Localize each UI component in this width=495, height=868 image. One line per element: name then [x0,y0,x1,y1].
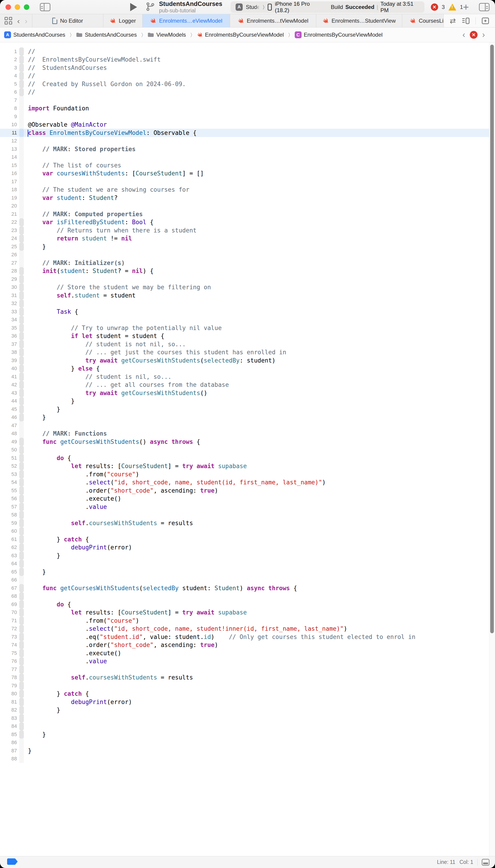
fold-ribbon[interactable] [19,478,24,487]
run-button[interactable] [130,3,137,11]
line-number[interactable]: 16 [0,171,18,176]
fold-ribbon[interactable] [19,608,24,617]
fold-ribbon[interactable] [19,527,24,535]
line-number[interactable]: 62 [0,544,18,550]
line-number[interactable]: 34 [0,317,18,323]
line-number[interactable]: 60 [0,528,18,534]
line-number[interactable]: 85 [0,731,18,738]
fold-ribbon[interactable] [19,454,24,462]
fold-ribbon[interactable] [19,446,24,454]
related-items-icon[interactable] [4,17,12,24]
fold-ribbon[interactable] [19,600,24,608]
fold-ribbon[interactable] [19,698,24,706]
line-number[interactable]: 83 [0,715,18,721]
fold-ribbon[interactable] [19,210,24,218]
error-issue-icon[interactable]: ✕ [470,31,478,39]
breakpoint-tag-icon[interactable] [7,858,18,866]
line-number[interactable]: 1 [0,49,18,54]
fold-ribbon[interactable] [19,332,24,340]
fold-ribbon[interactable] [19,137,24,145]
go-forward-button[interactable]: › [25,17,27,25]
line-number[interactable]: 76 [0,658,18,664]
tab-no-editor[interactable]: No Editor [32,14,103,27]
fold-ribbon[interactable] [19,535,24,544]
line-number[interactable]: 17 [0,179,18,184]
line-number[interactable]: 84 [0,723,18,729]
line-number[interactable]: 49 [0,439,18,445]
fold-ribbon[interactable] [19,389,24,397]
swap-editors-icon[interactable]: ⇄ [450,17,456,25]
fold-ribbon[interactable] [19,421,24,430]
line-number[interactable]: 6 [0,89,18,95]
fold-ribbon[interactable] [19,186,24,194]
line-number[interactable]: 71 [0,618,18,624]
line-number[interactable]: 78 [0,674,18,680]
tab-courses-list[interactable]: CoursesLi [402,14,444,27]
line-number[interactable]: 26 [0,252,18,258]
fold-ribbon[interactable] [19,80,24,88]
fold-ribbon[interactable] [19,218,24,227]
previous-issue-button[interactable]: ‹ [462,31,465,39]
line-number[interactable]: 39 [0,357,18,364]
fold-ribbon[interactable] [19,674,24,682]
fold-ribbon[interactable] [19,121,24,129]
fold-ribbon[interactable] [19,243,24,251]
fold-ribbon[interactable] [19,560,24,568]
fold-ribbon[interactable] [19,153,24,161]
source-editor[interactable]: 1//2// EnrolmentsByCourseViewModel.swift… [0,42,495,856]
toggle-left-sidebar-button[interactable] [40,3,50,11]
fold-ribbon[interactable] [19,722,24,731]
tab-enrolments-viewmodel[interactable]: Enrolments…tViewModel [230,14,316,27]
line-number[interactable]: 36 [0,333,18,339]
fold-ribbon[interactable] [19,584,24,592]
fold-ribbon[interactable] [19,356,24,365]
fold-ribbon[interactable] [19,177,24,186]
fold-ribbon[interactable] [19,649,24,657]
line-number[interactable]: 65 [0,569,18,575]
go-back-button[interactable]: ‹ [17,17,20,25]
fold-ribbon[interactable] [19,226,24,234]
fold-ribbon[interactable] [19,112,24,121]
fold-ribbon[interactable] [19,283,24,291]
line-number[interactable]: 22 [0,219,18,225]
tab-enrolments-studentview[interactable]: Enrolments…StudentView [316,14,402,27]
fold-ribbon[interactable] [19,129,24,137]
build-status[interactable]: Build Succeeded | Today at 3:51 PM [331,1,420,14]
line-number[interactable]: 72 [0,626,18,632]
line-number[interactable]: 7 [0,98,18,103]
line-number[interactable]: 23 [0,227,18,233]
fold-ribbon[interactable] [19,104,24,113]
toggle-right-sidebar-button[interactable] [479,3,490,11]
fold-ribbon[interactable] [19,576,24,584]
line-number[interactable]: 37 [0,341,18,347]
line-number[interactable]: 86 [0,740,18,745]
line-number[interactable]: 45 [0,406,18,412]
fold-ribbon[interactable] [19,544,24,552]
minimize-window-button[interactable] [15,4,20,10]
tab-logger[interactable]: Logger [103,14,142,27]
fold-ribbon[interactable] [19,641,24,649]
fold-ribbon[interactable] [19,316,24,324]
zoom-window-button[interactable] [24,4,29,10]
line-number[interactable]: 11 [0,130,18,136]
scrollbar-thumb[interactable] [490,45,494,633]
line-number[interactable]: 27 [0,260,18,266]
line-number[interactable]: 55 [0,488,18,494]
line-number[interactable]: 73 [0,634,18,640]
line-number[interactable]: 19 [0,195,18,201]
line-number[interactable]: 30 [0,284,18,290]
fold-ribbon[interactable] [19,373,24,381]
fold-ribbon[interactable] [19,413,24,422]
line-number[interactable]: 64 [0,561,18,567]
fold-ribbon[interactable] [19,633,24,641]
fold-ribbon[interactable] [19,234,24,243]
breadcrumb-file[interactable]: EnrolmentsByCourseViewModel [205,32,284,38]
fold-ribbon[interactable] [19,275,24,283]
fold-ribbon[interactable] [19,617,24,625]
scheme-selector[interactable]: A Stude 〉 iPhone 16 Pro (18.2) Build Suc… [231,1,424,13]
line-number[interactable]: 51 [0,455,18,461]
fold-ribbon[interactable] [19,259,24,267]
breadcrumb-project[interactable]: StudentsAndCourses [13,32,65,38]
fold-ribbon[interactable] [19,96,24,104]
fold-ribbon[interactable] [19,88,24,96]
